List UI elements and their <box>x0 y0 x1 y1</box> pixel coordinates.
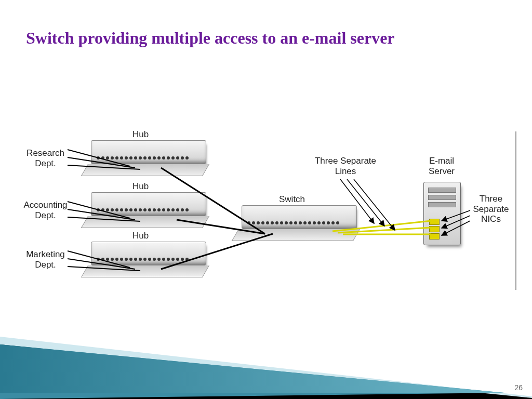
diagram-right-border <box>515 131 516 290</box>
device-hub-accounting <box>91 192 206 216</box>
device-email-server <box>423 182 461 245</box>
label-research-dept: ResearchDept. <box>21 148 70 168</box>
label-three-separate-lines: Three SeparateLines <box>309 156 382 176</box>
slide-title: Switch providing multiple access to an e… <box>26 29 395 48</box>
device-hub-research <box>91 140 206 164</box>
device-switch <box>242 205 357 229</box>
svg-marker-22 <box>0 344 532 399</box>
label-hub-2: Hub <box>132 181 149 192</box>
device-hub-marketing <box>91 242 206 265</box>
label-accounting-dept: AccountingDept. <box>21 200 70 220</box>
svg-line-17 <box>354 179 395 230</box>
diagram-area: ResearchDept. Hub AccountingDept. Hub Ma… <box>21 132 517 288</box>
svg-marker-24 <box>0 344 504 393</box>
svg-marker-23 <box>0 344 504 399</box>
label-switch: Switch <box>279 194 305 205</box>
label-hub-3: Hub <box>132 231 149 241</box>
footer-decoration <box>0 316 532 399</box>
label-marketing-dept: MarketingDept. <box>21 249 70 270</box>
label-three-separate-nics: ThreeSeparateNICs <box>470 194 512 224</box>
page-number: 26 <box>514 383 523 392</box>
svg-marker-21 <box>0 337 532 399</box>
label-hub-1: Hub <box>132 129 149 140</box>
label-email-server: E-mailServer <box>421 156 462 176</box>
